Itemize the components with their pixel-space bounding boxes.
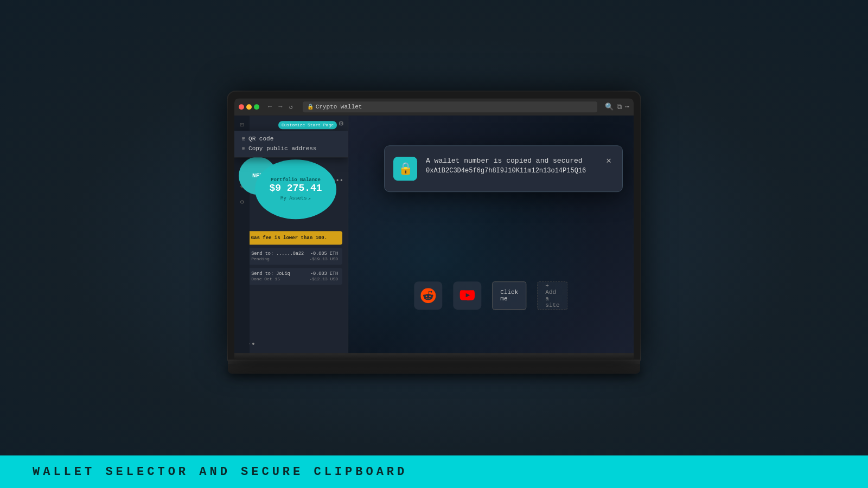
transaction-item-0: ↻ Send to: ......0a22 Pending -0.005 ETH… [240,248,342,265]
shortcuts-row: Click me + Add a site [414,281,567,310]
tx-to-1: Send to: JoLiq [251,271,306,277]
wallet-notification-popup: 🔒 A wallet number is copied and secured … [384,145,623,192]
browser-content: ⊞ QR code ⊞ Copy public address ⚙ Crypt [234,115,634,353]
tx-usd-1: -$12.13 USD [309,277,338,281]
browser-forward-button[interactable]: → [276,102,284,112]
browser-url-bar[interactable]: 🔒 Crypto Wallet [303,101,598,112]
wallet-bubble-area: NFT Portfolio Balance $9 275.41 My Asset… [239,157,343,219]
laptop: ← → ↺ 🔒 Crypto Wallet 🔍 ⧉ ⋯ [228,92,640,374]
notification-close-button[interactable]: ✕ [606,157,611,165]
browser-url-text: Crypto Wallet [316,104,362,110]
browser-menu-icon[interactable]: ⋯ [625,102,629,111]
copy-address-label: Copy public address [248,145,316,152]
transaction-item-1: ✓ Send to: JoLiq Done Oct 15 -0.003 ETH … [240,268,342,285]
screen-bezel: ← → ↺ 🔒 Crypto Wallet 🔍 ⧉ ⋯ [234,98,634,353]
portfolio-value: $9 275.41 [269,183,322,194]
customize-start-page-button[interactable]: Customize Start Page [278,121,337,129]
gas-warning-text: Gas fee is lower than 100. [251,235,327,241]
portfolio-bubble: Portfolio Balance $9 275.41 My Assets ↗ [255,159,336,219]
laptop-screen-outer: ← → ↺ 🔒 Crypto Wallet 🔍 ⧉ ⋯ [228,92,640,359]
wallet-settings-button[interactable]: ⚙ [339,119,343,128]
tx-to-0: Send to: ......0a22 [251,251,306,256]
new-tab-page: Click me + Add a site 🔒 A wallet number … [348,115,634,353]
transactions-list: ⚠ Gas fee is lower than 100. ↻ Send to: … [234,227,348,289]
qr-code-menu-item[interactable]: ⊞ QR code [240,134,343,144]
shortcut-click-me[interactable]: Click me [492,281,526,310]
laptop-hinge [228,359,640,364]
close-window-dot[interactable] [239,104,244,110]
notification-content: A wallet number is copied and secured 0x… [426,157,597,175]
extensions-icon[interactable]: ⧉ [617,103,622,111]
tx-amounts-1: -0.003 ETH -$12.13 USD [309,271,338,281]
gas-fee-warning: ⚠ Gas fee is lower than 100. [240,231,342,245]
wallet-dropdown-menu: ⊞ QR code ⊞ Copy public address [234,131,348,157]
tx-amounts-0: -0.005 ETH -$19.13 USD [309,251,338,261]
shortcut-add-site[interactable]: + Add a site [537,281,567,310]
my-assets-link[interactable]: My Assets ↗ [280,196,311,202]
tx-status-1: Done Oct 15 [251,277,306,281]
tx-usd-0: -$19.13 USD [309,256,338,261]
minimize-window-dot[interactable] [246,104,252,110]
portfolio-label: Portfolio Balance [271,177,321,183]
reddit-icon [414,281,442,310]
wallet-nav-settings[interactable]: ⚙ [240,198,244,206]
browser-actions: 🔍 ⧉ ⋯ [605,102,629,111]
laptop-bottom-bezel [234,353,634,359]
click-me-button[interactable]: Click me [492,281,526,310]
laptop-base [228,364,640,374]
copy-address-menu-item[interactable]: ⊞ Copy public address [240,144,343,153]
notification-title: A wallet number is copied and secured [426,157,597,165]
lock-icon: 🔒 [307,104,314,110]
browser-refresh-button[interactable]: ↺ [286,102,295,112]
wallet-nav-home[interactable]: ⊡ [240,121,244,129]
wallet-sidebar: ⊞ QR code ⊞ Copy public address ⚙ Crypt [234,115,348,353]
qr-code-label: QR code [248,136,273,142]
browser-back-button[interactable]: ← [266,102,274,112]
tx-details-0: Send to: ......0a22 Pending [251,251,306,261]
bottom-banner-text: WALLET SELECTOR AND SECURE CLIPBOARD [33,465,407,479]
notification-lock-icon: 🔒 [393,157,417,181]
notification-address: 0xA1B2C3D4e5f6g7h8I9J10K11m12n13o14P15Q1… [426,167,597,175]
browser-chrome: ← → ↺ 🔒 Crypto Wallet 🔍 ⧉ ⋯ [234,98,634,115]
maximize-window-dot[interactable] [254,104,259,110]
shortcut-youtube[interactable] [453,281,481,310]
youtube-icon [453,281,481,310]
shortcut-reddit[interactable] [414,281,442,310]
tx-status-0: Pending [251,256,306,261]
copy-icon: ⊞ [242,145,245,152]
tx-details-1: Send to: JoLiq Done Oct 15 [251,271,306,281]
search-icon[interactable]: 🔍 [605,102,614,111]
browser-navigation: ← → ↺ [266,102,295,112]
tx-eth-0: -0.005 ETH [309,251,338,256]
tx-eth-1: -0.003 ETH [309,271,338,277]
qr-icon: ⊞ [242,136,245,142]
bottom-banner: WALLET SELECTOR AND SECURE CLIPBOARD [0,455,868,488]
add-site-button[interactable]: + Add a site [537,281,567,310]
browser-window-controls [239,104,259,110]
